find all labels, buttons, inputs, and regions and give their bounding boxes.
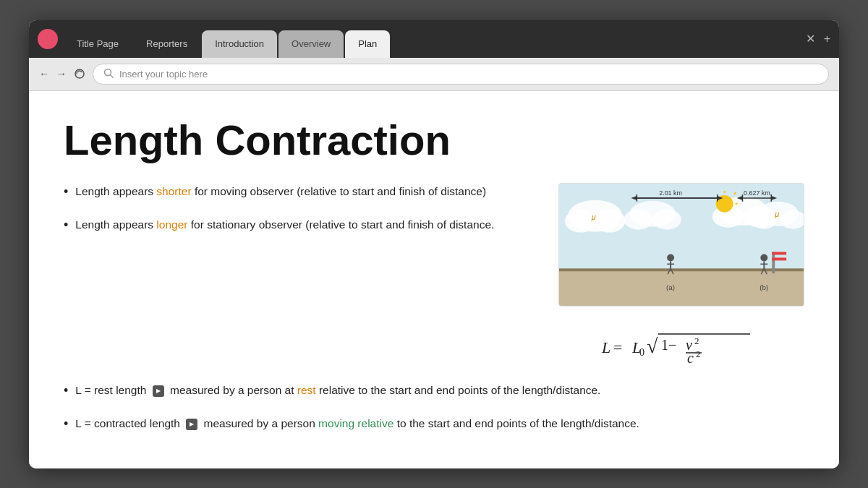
info-icon (153, 385, 164, 397)
svg-text:=: = (613, 338, 622, 356)
svg-text:c: c (687, 350, 694, 366)
info-icon-2 (186, 419, 197, 430)
rest-highlight: rest (297, 384, 316, 396)
moving-highlight: moving relative (318, 417, 393, 429)
tab-reporters[interactable]: Reporters (133, 30, 200, 58)
physics-illustration: 2.01 km 0.627 km μ μ (a) (b) (558, 183, 804, 307)
tabs: Title Page Reporters Introduction Overvi… (64, 20, 783, 58)
svg-rect-32 (772, 252, 775, 274)
svg-point-27 (760, 254, 767, 262)
close-tab-button[interactable]: ✕ (806, 32, 815, 46)
svg-text:2: 2 (696, 348, 701, 359)
svg-text:2.01 km: 2.01 km (659, 189, 682, 197)
title-bar: Title Page Reporters Introduction Overvi… (29, 20, 839, 58)
svg-rect-34 (772, 258, 786, 261)
bottom-bullets: L = rest length measured by a person at … (64, 382, 804, 434)
longer-highlight: longer (156, 218, 187, 231)
page-content: Length Contraction Length appears shorte… (29, 91, 839, 468)
tab-overview[interactable]: Overview (278, 30, 344, 58)
tab-controls: ✕ + (806, 32, 830, 46)
svg-point-22 (667, 254, 674, 262)
list-item: L = rest length measured by a person at … (64, 382, 804, 401)
svg-point-11 (652, 210, 681, 230)
svg-text:(a): (a) (666, 283, 675, 291)
svg-text:L: L (601, 338, 610, 356)
lower-bullets: L = rest length measured by a person at … (64, 382, 804, 434)
tab-plan[interactable]: Plan (345, 30, 390, 58)
tab-introduction[interactable]: Introduction (202, 30, 277, 58)
shorter-highlight: shorter (156, 185, 191, 197)
top-bullets: Length appears shorter for moving observ… (64, 183, 537, 235)
svg-rect-33 (772, 252, 786, 255)
list-item: Length appears longer for stationary obs… (64, 216, 537, 235)
formula-svg: L = L 0 √ 1− v 2 (595, 325, 768, 369)
svg-text:(b): (b) (760, 283, 768, 291)
back-button[interactable]: ← (39, 68, 49, 80)
svg-line-2 (111, 74, 114, 77)
formula-area: L = L 0 √ 1− v 2 (558, 320, 804, 374)
svg-text:2: 2 (694, 335, 699, 346)
svg-point-8 (594, 210, 626, 233)
list-item: Length appears shorter for moving observ… (64, 183, 537, 202)
main-section: Length appears shorter for moving observ… (64, 183, 804, 374)
svg-text:μ: μ (774, 210, 779, 218)
left-column: Length appears shorter for moving observ… (64, 183, 537, 249)
tab-title-page[interactable]: Title Page (64, 30, 132, 58)
svg-text:1−: 1− (661, 337, 676, 353)
page-title: Length Contraction (64, 117, 804, 163)
list-item: L = contracted length measured by a pers… (64, 415, 804, 434)
svg-text:μ: μ (591, 213, 596, 221)
forward-button[interactable]: → (56, 68, 67, 80)
new-tab-button[interactable]: + (824, 33, 830, 46)
reload-button[interactable] (74, 68, 85, 80)
svg-point-10 (624, 210, 652, 230)
svg-text:0: 0 (639, 347, 644, 358)
search-icon (103, 68, 114, 80)
right-column: 2.01 km 0.627 km μ μ (a) (b) (558, 183, 804, 374)
address-text: Insert your topic here (119, 69, 208, 80)
svg-point-16 (751, 210, 777, 229)
address-input[interactable]: Insert your topic here (93, 64, 829, 85)
browser-window: Title Page Reporters Introduction Overvi… (29, 20, 839, 468)
address-bar: ← → Insert your topic here (29, 58, 839, 91)
illustration-svg: 2.01 km 0.627 km μ μ (a) (b) (559, 184, 804, 306)
svg-rect-5 (559, 269, 804, 272)
svg-text:√: √ (647, 335, 658, 357)
traffic-light[interactable] (38, 29, 58, 49)
svg-text:0.627 km: 0.627 km (744, 189, 770, 197)
